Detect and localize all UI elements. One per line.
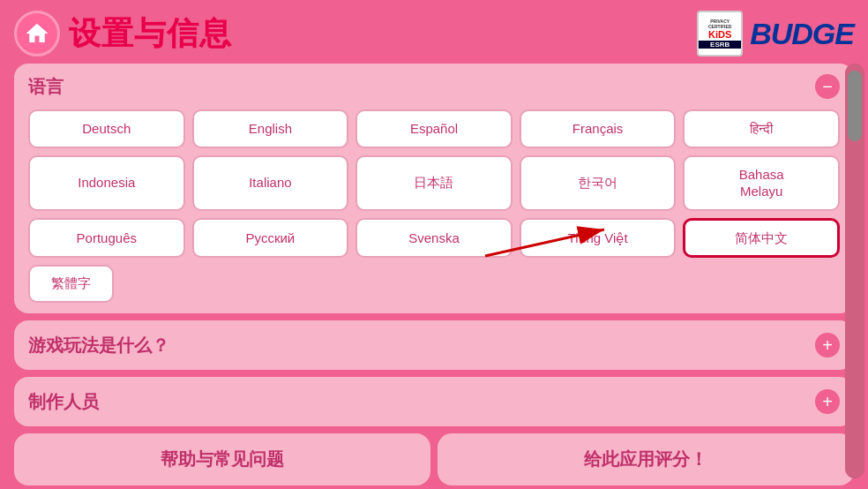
lang-francais[interactable]: Français — [520, 109, 677, 148]
gameplay-expand-button[interactable]: + — [815, 333, 840, 357]
credits-section-title: 制作人员 — [28, 390, 99, 414]
bottom-buttons: 帮助与常见问题 给此应用评分！ — [14, 433, 854, 485]
lang-russian[interactable]: Русский — [192, 218, 349, 259]
language-grid: Deutsch English Español Français हिन्दी … — [28, 109, 840, 258]
credits-expand-button[interactable]: + — [815, 389, 840, 414]
budge-logo: BUDGE — [750, 17, 854, 51]
gameplay-section: 游戏玩法是什么？ + — [14, 320, 854, 370]
lang-japanese[interactable]: 日本語 — [355, 155, 513, 211]
main-content: 语言 − Deutsch English Español Français हि… — [14, 64, 854, 489]
esrb-certified-label: PRIVACYCERTIFIED — [708, 19, 731, 29]
lang-traditional-chinese[interactable]: 繁體字 — [28, 265, 114, 303]
esrb-kids-label: KiDS — [708, 29, 731, 41]
lang-hindi[interactable]: हिन्दी — [683, 109, 840, 148]
language-section-title: 语言 — [28, 75, 64, 99]
help-button[interactable]: 帮助与常见问题 — [14, 433, 430, 485]
credits-section: 制作人员 + — [14, 377, 854, 426]
lang-bahasa[interactable]: BahasaMelayu — [683, 155, 840, 211]
language-collapse-button[interactable]: − — [815, 74, 840, 99]
home-button[interactable] — [14, 11, 60, 56]
language-grid-row4: 繁體字 — [28, 265, 840, 303]
lang-korean[interactable]: 한국어 — [520, 155, 677, 211]
header-left: 设置与信息 — [14, 11, 232, 56]
scrollbar-thumb[interactable] — [848, 71, 862, 141]
lang-portugues[interactable]: Português — [28, 218, 185, 259]
lang-indonesia[interactable]: Indonesia — [28, 155, 185, 211]
lang-svenska[interactable]: Svenska — [355, 218, 513, 259]
rate-button[interactable]: 给此应用评分！ — [438, 433, 854, 485]
header: 设置与信息 PRIVACYCERTIFIED KiDS ESRB BUDGE — [0, 0, 868, 64]
lang-simplified-chinese[interactable]: 简体中文 — [683, 218, 840, 259]
header-right: PRIVACYCERTIFIED KiDS ESRB BUDGE — [697, 11, 854, 56]
lang-tieng-viet[interactable]: Tiếng Việt — [520, 218, 677, 259]
language-section-header: 语言 − — [28, 74, 840, 99]
home-icon — [24, 20, 50, 47]
page-title: 设置与信息 — [69, 12, 232, 56]
gameplay-section-title: 游戏玩法是什么？ — [28, 334, 169, 357]
lang-deutsch[interactable]: Deutsch — [28, 109, 185, 148]
language-section: 语言 − Deutsch English Español Français हि… — [14, 64, 854, 313]
lang-english[interactable]: English — [192, 109, 349, 148]
scrollbar-track[interactable] — [845, 64, 864, 478]
esrb-label: ESRB — [699, 41, 741, 49]
lang-espanol[interactable]: Español — [355, 109, 513, 148]
lang-italiano[interactable]: Italiano — [192, 155, 349, 211]
esrb-badge: PRIVACYCERTIFIED KiDS ESRB — [697, 11, 743, 56]
